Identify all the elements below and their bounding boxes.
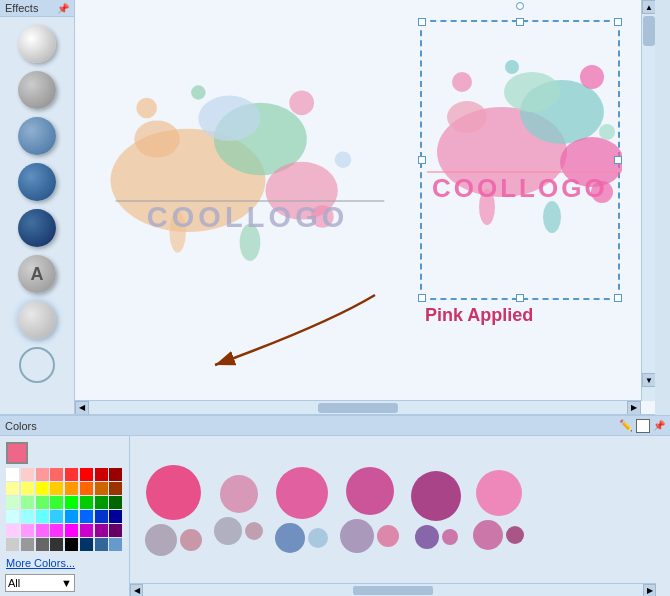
color-cell[interactable]: [80, 538, 93, 551]
color-cell[interactable]: [36, 524, 49, 537]
effect-shadow-lg[interactable]: [18, 117, 56, 155]
color-cell[interactable]: [6, 510, 19, 523]
effect-ring[interactable]: [19, 347, 55, 383]
color-cell[interactable]: [65, 524, 78, 537]
color-cell[interactable]: [95, 510, 108, 523]
color-cell[interactable]: [50, 468, 63, 481]
swatch-circle-lg[interactable]: [476, 470, 522, 516]
square-icon[interactable]: [636, 419, 650, 433]
color-cell[interactable]: [80, 510, 93, 523]
color-cell[interactable]: [109, 496, 122, 509]
color-cell[interactable]: [109, 510, 122, 523]
color-cell[interactable]: [50, 482, 63, 495]
logo-right-selected[interactable]: COOLLOGO: [420, 20, 620, 300]
color-cell[interactable]: [65, 468, 78, 481]
handle-ml[interactable]: [418, 156, 426, 164]
swatch-circle-md[interactable]: [473, 520, 503, 550]
color-cell[interactable]: [21, 496, 34, 509]
effect-text-a[interactable]: A: [18, 255, 56, 293]
canvas-scrollbar-right[interactable]: ▲ ▼: [641, 0, 655, 401]
color-cell[interactable]: [21, 524, 34, 537]
effect-glow[interactable]: [18, 301, 56, 339]
color-cell[interactable]: [95, 496, 108, 509]
color-cell[interactable]: [21, 510, 34, 523]
color-cell[interactable]: [95, 524, 108, 537]
color-cell[interactable]: [80, 496, 93, 509]
color-cell[interactable]: [50, 524, 63, 537]
handle-tc[interactable]: [516, 18, 524, 26]
color-cell[interactable]: [95, 468, 108, 481]
color-cell[interactable]: [36, 482, 49, 495]
swatch-circle-sm[interactable]: [308, 528, 328, 548]
scroll-left-arrow[interactable]: ◀: [75, 401, 89, 415]
swatch-circle-lg[interactable]: [411, 471, 461, 521]
color-cell[interactable]: [50, 538, 63, 551]
swatch-circle-md[interactable]: [275, 523, 305, 553]
rotation-handle[interactable]: [516, 2, 524, 10]
color-cell[interactable]: [109, 482, 122, 495]
colors-scroll-thumb[interactable]: [353, 586, 433, 595]
handle-bc[interactable]: [516, 294, 524, 302]
color-cell[interactable]: [6, 482, 19, 495]
scroll-track-v[interactable]: [642, 16, 655, 76]
effect-shadow-md[interactable]: [18, 71, 56, 109]
color-cell[interactable]: [6, 538, 19, 551]
swatch-circle-lg[interactable]: [276, 467, 328, 519]
color-cell[interactable]: [80, 482, 93, 495]
color-cell[interactable]: [65, 510, 78, 523]
color-cell[interactable]: [36, 496, 49, 509]
swatch-circle-lg[interactable]: [346, 467, 394, 515]
handle-tl[interactable]: [418, 18, 426, 26]
color-cell[interactable]: [6, 496, 19, 509]
color-cell[interactable]: [36, 538, 49, 551]
swatch-circle-md[interactable]: [214, 517, 242, 545]
scroll-track-h[interactable]: [89, 403, 627, 413]
swatch-circle-sm[interactable]: [506, 526, 524, 544]
color-cell[interactable]: [36, 510, 49, 523]
current-color-preview[interactable]: [6, 442, 28, 464]
color-cell[interactable]: [50, 510, 63, 523]
color-cell[interactable]: [21, 538, 34, 551]
color-cell[interactable]: [95, 538, 108, 551]
color-cell[interactable]: [6, 468, 19, 481]
swatch-circle-lg[interactable]: [220, 475, 258, 513]
swatch-circle-sm[interactable]: [442, 529, 458, 545]
colors-scroll-track[interactable]: [143, 586, 643, 595]
color-cell[interactable]: [65, 482, 78, 495]
handle-bl[interactable]: [418, 294, 426, 302]
canvas-scrollbar-bottom[interactable]: ◀ ▶: [75, 400, 641, 414]
swatch-circle-sm[interactable]: [245, 522, 263, 540]
colors-scroll-left[interactable]: ◀: [130, 584, 143, 597]
color-cell[interactable]: [6, 524, 19, 537]
color-cell[interactable]: [95, 482, 108, 495]
colors-scroll-bottom[interactable]: ◀ ▶: [130, 583, 656, 596]
handle-tr[interactable]: [614, 18, 622, 26]
scroll-down-arrow[interactable]: ▼: [642, 373, 655, 387]
more-colors-link[interactable]: More Colors...: [6, 557, 123, 569]
effect-shadow-xl[interactable]: [18, 163, 56, 201]
scroll-thumb-h[interactable]: [318, 403, 398, 413]
handle-br[interactable]: [614, 294, 622, 302]
color-cell[interactable]: [21, 468, 34, 481]
color-cell[interactable]: [65, 538, 78, 551]
pencil-icon[interactable]: ✏️: [619, 419, 633, 432]
swatch-circle-md[interactable]: [415, 525, 439, 549]
colors-scroll-right[interactable]: ▶: [643, 584, 656, 597]
color-cell[interactable]: [65, 496, 78, 509]
color-cell[interactable]: [80, 468, 93, 481]
swatch-circle-lg[interactable]: [146, 465, 201, 520]
swatch-circle-sm[interactable]: [377, 525, 399, 547]
color-cell[interactable]: [21, 482, 34, 495]
effect-shadow-xxl[interactable]: [18, 209, 56, 247]
swatch-circle-md[interactable]: [340, 519, 374, 553]
scroll-up-arrow[interactable]: ▲: [642, 0, 655, 14]
color-cell[interactable]: [109, 468, 122, 481]
swatch-circle-md[interactable]: [145, 524, 177, 556]
color-cell[interactable]: [80, 524, 93, 537]
handle-mr[interactable]: [614, 156, 622, 164]
effect-shadow-sm[interactable]: [18, 25, 56, 63]
scroll-thumb-v[interactable]: [643, 16, 655, 46]
filter-dropdown[interactable]: All ▼: [5, 574, 75, 592]
swatch-circle-sm[interactable]: [180, 529, 202, 551]
color-cell[interactable]: [50, 496, 63, 509]
